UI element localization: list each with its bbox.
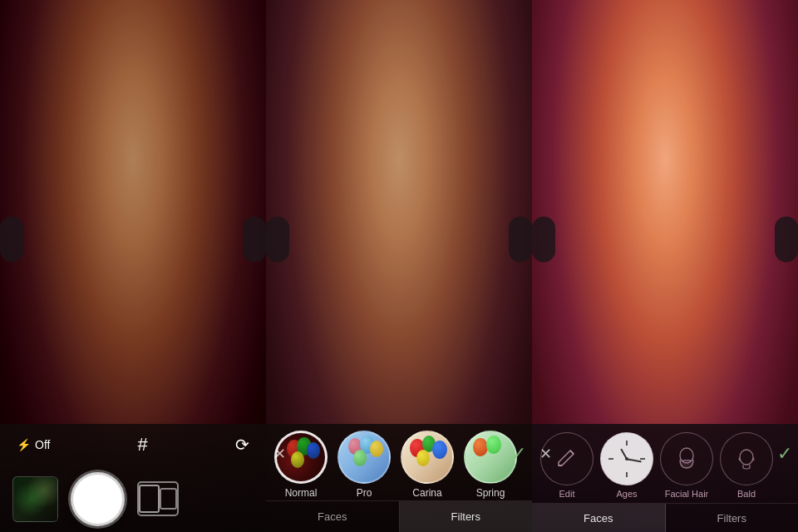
- filter-tab-bar: Faces Filters: [266, 500, 532, 532]
- tab-filters-3[interactable]: Filters: [666, 504, 799, 532]
- photo-library-icon[interactable]: [137, 481, 179, 516]
- clock-mark-6: [626, 472, 628, 477]
- tab-faces-2[interactable]: Faces: [266, 501, 400, 532]
- photo-thumbnail[interactable]: [12, 476, 58, 522]
- edit-panel: ✕ ✓ Edit: [532, 0, 798, 532]
- right-handle-3: [775, 217, 798, 263]
- filter-normal-label: Normal: [285, 487, 318, 499]
- camera-bottom-area: [0, 466, 266, 532]
- x-icon: ✕: [273, 445, 286, 463]
- clock-center: [625, 457, 628, 461]
- left-handle-3: [532, 217, 555, 263]
- flash-button[interactable]: ⚡ Off: [17, 438, 50, 451]
- tab-faces-3[interactable]: Faces: [532, 504, 666, 532]
- photo-frame-icon: [160, 488, 177, 510]
- bald-svg-icon: [735, 447, 758, 470]
- filter-carina-item[interactable]: Carina: [401, 431, 454, 499]
- filter-pro-label: Pro: [357, 487, 372, 499]
- balloon-blue2: [432, 441, 447, 459]
- camera-top-bar: ⚡ Off # ⟳: [0, 424, 266, 466]
- filter-toolbar: Normal Pro: [266, 424, 532, 532]
- clock-face: [608, 441, 645, 477]
- tab-filters-2[interactable]: Filters: [400, 501, 533, 532]
- edit-tool-facial-hair[interactable]: Facial Hair: [660, 432, 713, 499]
- grid-icon[interactable]: #: [138, 434, 148, 456]
- x-icon-2: ✕: [539, 445, 552, 463]
- balloon-lime: [353, 450, 367, 466]
- balloon-gold: [370, 441, 383, 457]
- left-handle-2: [266, 217, 289, 263]
- shutter-button[interactable]: [71, 472, 125, 526]
- svg-point-2: [740, 450, 753, 465]
- balloon-yellow: [291, 451, 304, 468]
- flip-camera-icon[interactable]: ⟳: [235, 435, 249, 455]
- edit-tool-ages[interactable]: Ages: [600, 432, 653, 499]
- check-icon-2: ✓: [777, 443, 792, 465]
- filter-pro-circle: [337, 431, 391, 484]
- filter-carina-label: Carina: [412, 487, 441, 499]
- edit-confirm-button[interactable]: ✓: [771, 441, 798, 467]
- balloon-green3: [486, 436, 501, 454]
- filter-strip: Normal Pro: [266, 424, 532, 500]
- camera-toolbar: ⚡ Off # ⟳: [0, 424, 266, 532]
- left-handle-1: [0, 217, 23, 263]
- right-handle-1: [243, 217, 266, 263]
- edit-cancel-button[interactable]: ✕: [532, 441, 559, 467]
- facial-hair-icon-circle: [660, 432, 713, 485]
- clock-mark-9: [608, 458, 613, 460]
- filter-confirm-button[interactable]: ✓: [505, 441, 532, 467]
- edit-tool-label: Edit: [559, 489, 575, 499]
- bald-icon-circle: [720, 432, 773, 485]
- check-icon: ✓: [511, 443, 526, 465]
- edit-tab-bar: Faces Filters: [532, 503, 798, 532]
- app-panels: ⚡ Off # ⟳ ✕: [0, 0, 798, 532]
- filter-panel: ✕ ✓ Normal: [266, 0, 532, 532]
- facial-hair-tool-label: Facial Hair: [665, 489, 709, 499]
- edit-toolbar: Edit: [532, 424, 798, 532]
- camera-panel: ⚡ Off # ⟳: [0, 0, 266, 532]
- edit-tools-strip: Edit: [532, 424, 798, 503]
- clock-mark-12: [626, 441, 628, 446]
- filter-cancel-button[interactable]: ✕: [266, 441, 293, 467]
- right-handle-2: [509, 217, 532, 263]
- ages-tool-label: Ages: [616, 489, 637, 499]
- edit-svg-icon: [555, 447, 579, 470]
- flash-label: Off: [35, 438, 50, 451]
- thumbnail-image: [13, 477, 57, 521]
- bald-tool-label: Bald: [737, 489, 756, 499]
- beard-svg-icon: [674, 446, 699, 471]
- balloon-blue: [307, 442, 320, 459]
- clock-mark-3: [640, 458, 645, 460]
- filter-carina-circle: [401, 431, 454, 484]
- flash-icon: ⚡: [17, 438, 31, 451]
- edit-tool-bald[interactable]: Bald: [720, 432, 773, 499]
- filter-pro-item[interactable]: Pro: [337, 431, 391, 499]
- ages-icon-circle: [600, 432, 653, 485]
- balloon-yellow2: [416, 450, 430, 466]
- filter-spring-label: Spring: [476, 487, 505, 499]
